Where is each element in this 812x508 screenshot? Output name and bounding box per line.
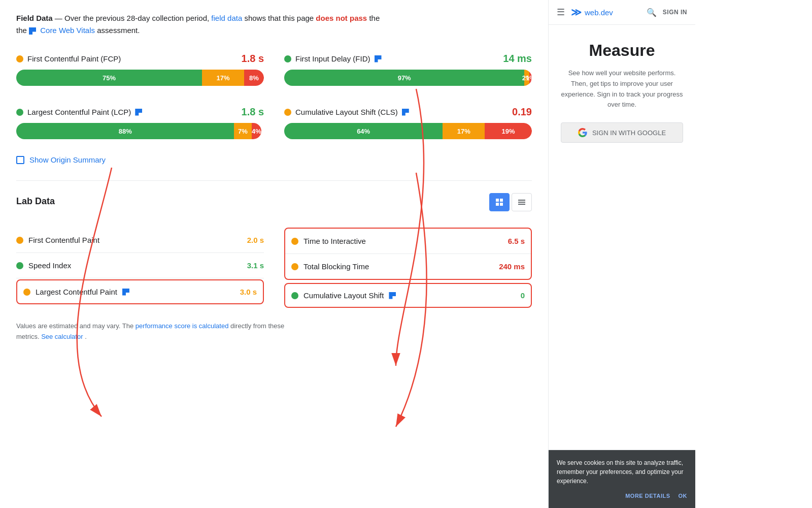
- calculator-link[interactable]: See calculator: [41, 333, 83, 340]
- lcp-value: 1.8 s: [242, 106, 264, 118]
- svg-rect-5: [518, 202, 525, 203]
- lab-metrics-right: Time to Interactive 6.5 s Total Blocking…: [284, 228, 532, 309]
- lab-fcp-left: First Contentful Paint: [16, 236, 99, 244]
- lab-tti-value: 6.5 s: [508, 237, 525, 245]
- metric-lcp-title-left: Largest Contentful Paint (LCP): [16, 108, 142, 116]
- lab-data-section: Lab Data: [16, 193, 532, 309]
- svg-rect-2: [496, 203, 499, 206]
- cls-value: 0.19: [512, 106, 532, 118]
- field-metrics-grid: First Contentful Paint (FCP) 1.8 s 75% 1…: [16, 49, 532, 143]
- lab-cls-indicator: [291, 292, 298, 299]
- core-web-vitals-link[interactable]: Core Web Vitals: [40, 26, 95, 35]
- cls-title: Cumulative Layout Shift (CLS): [295, 108, 398, 116]
- webdev-header: ☰ ≫ web.dev 🔍 SIGN IN: [549, 0, 695, 25]
- fcp-bar-good: 75%: [16, 70, 202, 86]
- lcp-title: Largest Contentful Paint (LCP): [27, 108, 131, 116]
- footer-note: Values are estimated and may vary. The p…: [16, 321, 532, 342]
- measure-description: See how well your website performs. Then…: [561, 68, 683, 110]
- lab-si-left: Speed Index: [16, 261, 71, 270]
- menu-icon[interactable]: ☰: [557, 7, 565, 18]
- lab-tti-indicator: [291, 238, 298, 245]
- lab-tti-left: Time to Interactive: [291, 237, 366, 245]
- metric-lcp: Largest Contentful Paint (LCP) 1.8 s 88%…: [16, 102, 264, 143]
- toggle-grid-btn[interactable]: [489, 193, 510, 211]
- webdev-logo: ≫ web.dev: [571, 6, 613, 18]
- measure-title: Measure: [561, 41, 683, 60]
- metric-lcp-title-row: Largest Contentful Paint (LCP) 1.8 s: [16, 106, 264, 118]
- webdev-arrow-icon: ≫: [571, 6, 582, 18]
- lab-fcp-indicator: [16, 237, 23, 244]
- cls-bar-poor: 19%: [485, 123, 532, 139]
- svg-rect-6: [518, 204, 525, 205]
- lab-si-value: 3.1 s: [247, 261, 264, 270]
- lcp-bar-needs-improvement: 7%: [234, 123, 251, 139]
- lab-metric-tti: Time to Interactive 6.5 s: [285, 229, 531, 254]
- fid-value: 14 ms: [503, 53, 532, 65]
- metric-cls-title-row: Cumulative Layout Shift (CLS) 0.19: [284, 106, 532, 118]
- fid-progress-bar: 97% 2% 1%: [284, 70, 532, 86]
- field-data-link[interactable]: field data: [211, 14, 242, 22]
- header-desc-prefix: — Over the previous 28-day collection pe…: [55, 14, 212, 22]
- fid-bar-good: 97%: [284, 70, 524, 86]
- metric-cls: Cumulative Layout Shift (CLS) 0.19 64% 1…: [284, 102, 532, 143]
- metric-fid-title-row: First Input Delay (FID) 14 ms: [284, 53, 532, 65]
- origin-summary-checkbox[interactable]: [16, 156, 24, 164]
- more-details-link[interactable]: MORE DETAILS: [625, 492, 670, 500]
- fcp-progress-bar: 75% 17% 8%: [16, 70, 264, 86]
- google-sign-in-label: SIGN IN WITH GOOGLE: [592, 129, 666, 137]
- lcp-bar-good: 88%: [16, 123, 234, 139]
- sign-in-button[interactable]: SIGN IN: [663, 9, 687, 16]
- cookie-banner: We serve cookies on this site to analyze…: [549, 450, 695, 509]
- core-web-vitals-flag-icon: [29, 27, 36, 35]
- lab-cls-flag-icon: [389, 292, 396, 299]
- svg-rect-3: [500, 203, 503, 206]
- lab-lcp-left: Largest Contentful Paint: [23, 288, 129, 296]
- lcp-bar-poor: 4%: [252, 123, 262, 139]
- right-panel: ☰ ≫ web.dev 🔍 SIGN IN Measure See how we…: [548, 0, 695, 508]
- does-not-pass-link[interactable]: does not pass: [316, 14, 367, 22]
- lab-lcp-title: Largest Contentful Paint: [36, 288, 117, 296]
- footer-text3: metrics.: [16, 333, 41, 340]
- lab-si-title: Speed Index: [28, 261, 71, 270]
- lab-tti-title: Time to Interactive: [303, 237, 366, 245]
- google-sign-in-button[interactable]: SIGN IN WITH GOOGLE: [561, 122, 683, 143]
- perf-score-link[interactable]: performance score is calculated: [136, 322, 229, 330]
- lab-metric-lcp-highlighted: Largest Contentful Paint 3.0 s: [16, 279, 264, 304]
- webdev-logo-text: web.dev: [585, 8, 613, 17]
- fid-bar-poor: 1%: [529, 70, 532, 86]
- google-g-icon: [578, 128, 587, 137]
- lab-tbt-indicator: [291, 263, 298, 270]
- lab-metric-tbt: Total Blocking Time 240 ms: [285, 254, 531, 279]
- lab-metric-si: Speed Index 3.1 s: [16, 253, 264, 278]
- origin-summary-row[interactable]: Show Origin Summary: [16, 155, 532, 164]
- origin-summary-label[interactable]: Show Origin Summary: [29, 155, 106, 164]
- lab-fcp-title: First Contentful Paint: [28, 236, 99, 244]
- toggle-list-btn[interactable]: [512, 193, 532, 211]
- header-desc-middle: shows that this page: [244, 14, 316, 22]
- cls-indicator: [284, 109, 291, 116]
- metric-fcp: First Contentful Paint (FCP) 1.8 s 75% 1…: [16, 49, 264, 90]
- cls-progress-bar: 64% 17% 19%: [284, 123, 532, 139]
- lab-metrics-grid: First Contentful Paint 2.0 s Speed Index…: [16, 228, 532, 309]
- field-data-header: Field Data — Over the previous 28-day co…: [16, 12, 532, 37]
- svg-rect-4: [518, 200, 525, 201]
- search-icon[interactable]: 🔍: [647, 8, 657, 17]
- metric-fcp-title-left: First Contentful Paint (FCP): [16, 54, 121, 63]
- lab-tbt-title: Total Blocking Time: [303, 262, 369, 271]
- lab-tbt-left: Total Blocking Time: [291, 262, 369, 271]
- lab-data-title: Lab Data: [16, 196, 55, 207]
- footer-text4: .: [85, 333, 87, 340]
- ok-button[interactable]: OK: [679, 492, 688, 500]
- fcp-bar-poor: 8%: [244, 70, 264, 86]
- metric-cls-title-left: Cumulative Layout Shift (CLS): [284, 108, 409, 116]
- lab-lcp-flag-icon: [122, 289, 129, 296]
- lab-metric-cls-highlighted: Cumulative Layout Shift 0: [284, 283, 532, 308]
- header-desc-suffix: the: [369, 14, 380, 22]
- footer-text1: Values are estimated and may vary. The: [16, 322, 136, 330]
- fid-flag-icon: [375, 55, 382, 62]
- section-divider: [16, 180, 532, 181]
- fcp-value: 1.8 s: [242, 53, 264, 65]
- lab-cls-value: 0: [521, 291, 525, 300]
- fid-title: First Input Delay (FID): [295, 54, 370, 63]
- lcp-indicator: [16, 109, 23, 116]
